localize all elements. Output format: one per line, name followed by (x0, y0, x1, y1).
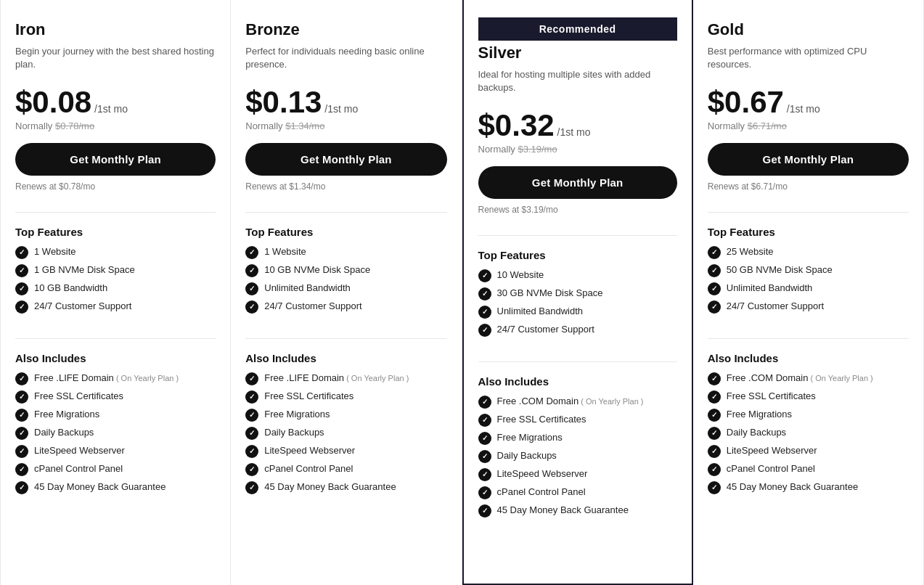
renews-text-silver: Renews at $3.19/mo (478, 205, 677, 215)
check-icon (708, 481, 721, 494)
check-icon (478, 450, 491, 463)
check-icon (245, 427, 258, 440)
plan-card-silver: Recommended Silver Ideal for hosting mul… (462, 0, 693, 585)
also-include-text: Free SSL Certificates (727, 390, 816, 403)
price-normal-bronze: Normally $1.34/mo (245, 120, 446, 131)
check-icon (478, 432, 491, 445)
also-include-text: Free .COM Domain ( On Yearly Plan ) (497, 395, 644, 408)
also-include-text: 45 Day Money Back Guarantee (264, 480, 396, 494)
divider-also-bronze (245, 338, 446, 339)
feature-text: 24/7 Customer Support (497, 323, 594, 336)
feature-text: 24/7 Customer Support (727, 300, 824, 313)
also-includes-list-iron: Free .LIFE Domain ( On Yearly Plan ) Fre… (15, 372, 216, 499)
also-include-item: Free SSL Certificates (245, 390, 446, 404)
also-include-text: LiteSpeed Webserver (34, 444, 125, 457)
price-row-bronze: $0.13 /1st mo (245, 87, 446, 118)
check-icon (708, 282, 721, 295)
feature-text: Unlimited Bandwidth (727, 282, 813, 295)
top-feature-item: 25 Website (708, 245, 909, 259)
get-plan-button-silver[interactable]: Get Monthly Plan (478, 166, 677, 199)
also-include-item: Free Migrations (245, 408, 446, 422)
also-include-item: 45 Day Money Back Guarantee (478, 504, 677, 518)
feature-text: 25 Website (727, 245, 774, 258)
price-normal-iron: Normally $0.78/mo (15, 120, 216, 131)
renews-text-gold: Renews at $6.71/mo (708, 181, 909, 192)
price-main-bronze: $0.13 (245, 87, 322, 118)
feature-text: Unlimited Bandwidth (497, 305, 584, 318)
plan-name-iron: Iron (15, 20, 216, 39)
price-period-silver: /1st mo (557, 126, 591, 138)
top-feature-item: 24/7 Customer Support (708, 300, 909, 314)
also-include-text: cPanel Control Panel (727, 462, 815, 475)
recommended-badge: Recommended (478, 17, 677, 41)
also-include-item: cPanel Control Panel (708, 462, 909, 476)
feature-text: 24/7 Customer Support (264, 300, 361, 313)
price-main-gold: $0.67 (708, 87, 784, 118)
plan-card-bronze: Bronze Perfect for individuals needing b… (231, 0, 462, 585)
also-include-text: Free Migrations (497, 431, 563, 444)
also-include-item: LiteSpeed Webserver (708, 444, 909, 458)
check-icon (245, 246, 258, 259)
also-include-text: Free SSL Certificates (497, 413, 586, 426)
check-icon (478, 486, 491, 499)
check-icon (15, 463, 28, 476)
also-include-item: LiteSpeed Webserver (245, 444, 446, 458)
feature-text: 1 GB NVMe Disk Space (34, 263, 135, 277)
check-icon (708, 445, 721, 458)
check-icon (478, 306, 491, 319)
plan-description-bronze: Perfect for individuals needing basic on… (245, 45, 446, 74)
get-plan-button-bronze[interactable]: Get Monthly Plan (245, 143, 446, 176)
also-include-item: Free SSL Certificates (708, 390, 909, 404)
check-icon (15, 282, 28, 295)
also-include-item: LiteSpeed Webserver (15, 444, 216, 458)
price-row-gold: $0.67 /1st mo (708, 87, 909, 118)
check-icon (708, 390, 721, 404)
check-icon (708, 300, 721, 314)
check-icon (245, 481, 258, 494)
also-includes-title-iron: Also Includes (15, 352, 216, 364)
also-include-text: Free Migrations (34, 408, 99, 421)
top-feature-item: 10 GB NVMe Disk Space (245, 263, 446, 277)
also-include-text: Daily Backups (34, 426, 94, 439)
check-icon (245, 409, 258, 422)
check-icon (708, 409, 721, 422)
top-feature-item: Unlimited Bandwidth (708, 282, 909, 295)
feature-text: 50 GB NVMe Disk Space (727, 263, 833, 277)
price-normal-silver: Normally $3.19/mo (478, 144, 677, 155)
top-feature-item: 1 Website (15, 245, 216, 259)
price-period-gold: /1st mo (787, 103, 820, 115)
check-icon (245, 463, 258, 476)
top-features-title-bronze: Top Features (245, 226, 446, 238)
plan-card-iron: Iron Begin your journey with the best sh… (0, 0, 231, 585)
also-include-text: Daily Backups (264, 426, 324, 439)
also-include-text: Free Migrations (264, 408, 330, 421)
price-normal-gold: Normally $6.71/mo (708, 120, 909, 131)
get-plan-button-iron[interactable]: Get Monthly Plan (15, 143, 216, 176)
plan-description-gold: Best performance with optimized CPU reso… (708, 45, 909, 74)
plan-description-silver: Ideal for hosting multiple sites with ad… (478, 68, 677, 97)
check-icon (15, 427, 28, 440)
also-includes-list-gold: Free .COM Domain ( On Yearly Plan ) Free… (708, 372, 909, 499)
feature-text: 24/7 Customer Support (34, 300, 131, 313)
yearly-note: ( On Yearly Plan ) (114, 374, 179, 382)
also-include-text: Free SSL Certificates (34, 390, 123, 403)
top-feature-item: 10 GB Bandwidth (15, 282, 216, 295)
top-features-title-gold: Top Features (708, 226, 909, 238)
also-include-item: 45 Day Money Back Guarantee (245, 480, 446, 494)
check-icon (245, 445, 258, 458)
price-row-iron: $0.08 /1st mo (15, 87, 216, 118)
also-includes-list-bronze: Free .LIFE Domain ( On Yearly Plan ) Fre… (245, 372, 446, 499)
top-feature-item: Unlimited Bandwidth (245, 282, 446, 295)
also-include-text: LiteSpeed Webserver (264, 444, 355, 457)
also-include-text: Daily Backups (727, 426, 786, 439)
check-icon (478, 468, 491, 481)
get-plan-button-gold[interactable]: Get Monthly Plan (708, 143, 909, 176)
top-feature-item: Unlimited Bandwidth (478, 305, 677, 319)
price-main-silver: $0.32 (478, 110, 555, 141)
also-include-item: Daily Backups (15, 426, 216, 440)
top-features-title-iron: Top Features (15, 226, 216, 238)
also-include-item: Free SSL Certificates (478, 413, 677, 427)
also-include-item: Free Migrations (708, 408, 909, 422)
divider-also-iron (15, 338, 216, 339)
top-feature-item: 24/7 Customer Support (478, 323, 677, 337)
